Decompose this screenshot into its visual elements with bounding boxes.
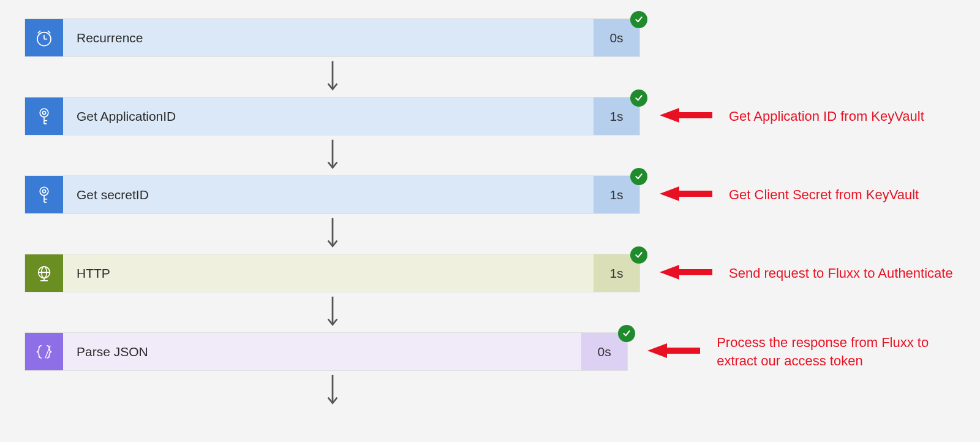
annotation-text: Send request to Fluxx to Authenticate [729, 264, 953, 283]
flow-node-recurrence[interactable]: Recurrence0s [24, 18, 640, 57]
red-arrow-icon [646, 341, 701, 362]
annotation-text: Get Application ID from KeyVault [729, 107, 924, 126]
success-check-icon [630, 168, 647, 185]
flow-node-parse-json[interactable]: Parse JSON0s [24, 332, 628, 371]
keyvault-icon [25, 97, 63, 135]
flow-arrow-down-icon [24, 292, 640, 332]
annotation: Get Client Secret from KeyVault [658, 185, 919, 205]
annotation-text: Process the response from Fluxx to extra… [717, 333, 956, 370]
svg-marker-0 [660, 108, 712, 123]
flow-arrow-down-icon [24, 371, 640, 411]
globe-icon [25, 254, 63, 292]
success-check-icon [618, 325, 635, 342]
node-title: Get ApplicationID [63, 97, 594, 135]
annotation-text: Get Client Secret from KeyVault [729, 186, 919, 204]
red-arrow-icon [658, 106, 714, 127]
node-title: HTTP [63, 254, 594, 292]
flow-arrow-down-icon [24, 57, 640, 97]
annotation: Get Application ID from KeyVault [658, 106, 924, 127]
logic-app-flow: Recurrence0s Get ApplicationID1s Get App… [0, 0, 980, 429]
keyvault-icon [25, 176, 63, 213]
json-icon [25, 333, 63, 370]
success-check-icon [630, 11, 647, 28]
annotation: Process the response from Fluxx to extra… [646, 333, 956, 370]
svg-marker-1 [660, 186, 712, 201]
node-title: Recurrence [63, 19, 594, 56]
flow-arrow-down-icon [24, 214, 640, 254]
node-title: Get secretID [63, 176, 594, 213]
node-title: Parse JSON [63, 333, 581, 370]
red-arrow-icon [658, 185, 714, 205]
svg-marker-2 [660, 265, 712, 280]
success-check-icon [630, 246, 647, 264]
flow-node-get-secretid[interactable]: Get secretID1s [24, 175, 640, 214]
annotation: Send request to Fluxx to Authenticate [658, 263, 953, 284]
red-arrow-icon [658, 263, 714, 284]
clock-icon [25, 19, 63, 56]
success-check-icon [630, 90, 647, 107]
svg-marker-3 [647, 343, 700, 358]
flow-arrow-down-icon [24, 135, 640, 175]
flow-node-http[interactable]: HTTP1s [24, 254, 640, 292]
flow-node-get-applicationid[interactable]: Get ApplicationID1s [24, 97, 640, 135]
